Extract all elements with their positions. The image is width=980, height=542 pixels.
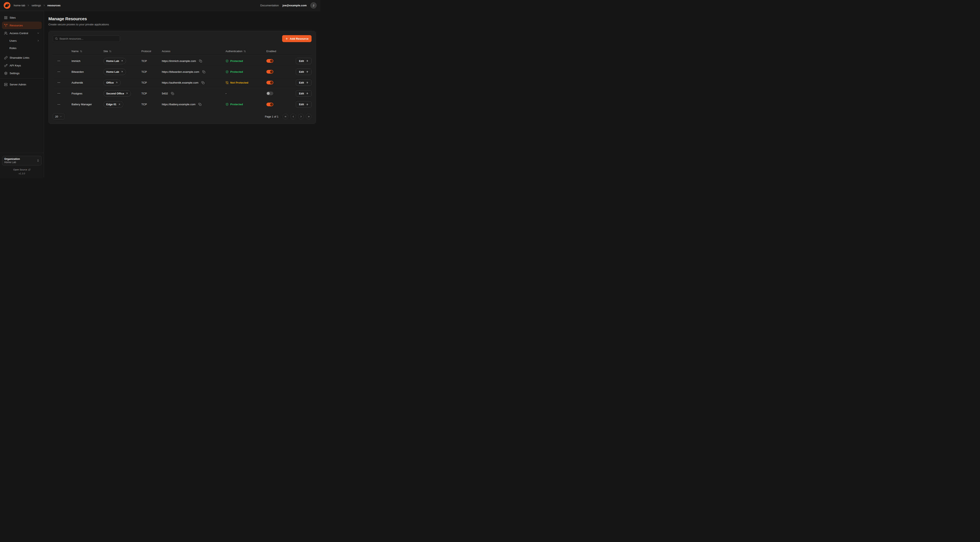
- site-link[interactable]: Edge 01: [103, 101, 123, 107]
- site-link[interactable]: Home Lab: [103, 58, 126, 64]
- page-size-select[interactable]: 20: [53, 113, 65, 120]
- enabled-toggle[interactable]: [266, 70, 274, 73]
- search-icon: [55, 37, 58, 40]
- organization-value: Home Lab: [4, 161, 20, 164]
- enabled-toggle[interactable]: [266, 59, 274, 63]
- breadcrumb-item-home-lab[interactable]: home-lab: [14, 4, 25, 7]
- server-icon: [4, 83, 8, 86]
- row-actions-button[interactable]: [56, 91, 62, 96]
- sidebar-item-shareable-links[interactable]: Shareable Links: [2, 54, 42, 61]
- page-title: Manage Resources: [48, 16, 316, 21]
- version-label: v1.3.0: [2, 172, 42, 175]
- sort-icon: [109, 50, 111, 53]
- breadcrumb: home-lab settings resources: [14, 4, 60, 7]
- auth-status: -: [226, 92, 266, 95]
- table-row: Immich Home Lab TCP https://immich.examp…: [53, 56, 312, 67]
- sort-by-authentication[interactable]: Authentication: [226, 49, 266, 53]
- edit-button[interactable]: Edit: [296, 69, 312, 75]
- sidebar-nav: Sites Resources Access Control Users Rol…: [2, 14, 42, 89]
- sidebar-item-label: Users: [10, 39, 16, 42]
- arrow-right-icon: [305, 81, 309, 84]
- organization-label: Organization: [4, 158, 20, 161]
- enabled-toggle[interactable]: [266, 92, 274, 95]
- row-actions-button[interactable]: [56, 69, 62, 75]
- open-source-link[interactable]: Open Source: [2, 168, 42, 171]
- sidebar-item-users[interactable]: Users: [2, 37, 42, 44]
- sidebar-item-api-keys[interactable]: API Keys: [2, 62, 42, 69]
- sidebar-item-server-admin[interactable]: Server Admin: [2, 81, 42, 88]
- row-actions-button[interactable]: [56, 58, 62, 64]
- row-actions-button[interactable]: [56, 80, 62, 85]
- sidebar-item-access-control[interactable]: Access Control: [2, 29, 42, 37]
- auth-status: Not Protected: [226, 81, 266, 84]
- sort-icon: [243, 50, 246, 53]
- edit-button[interactable]: Edit: [296, 90, 312, 97]
- ellipsis-icon: [57, 103, 60, 106]
- arrow-right-icon: [305, 59, 309, 62]
- site-link[interactable]: Office: [103, 80, 121, 86]
- breadcrumb-item-settings[interactable]: settings: [32, 4, 41, 7]
- arrow-up-right-icon: [121, 60, 123, 62]
- copy-button[interactable]: [201, 69, 206, 74]
- row-actions-button[interactable]: [56, 102, 62, 107]
- first-page-button[interactable]: [283, 114, 288, 120]
- copy-button[interactable]: [170, 91, 175, 96]
- edit-button[interactable]: Edit: [296, 101, 312, 107]
- site-link[interactable]: Second Office: [103, 90, 131, 97]
- avatar[interactable]: J: [310, 2, 317, 9]
- edit-button[interactable]: Edit: [296, 80, 312, 86]
- sidebar: Sites Resources Access Control Users Rol…: [0, 11, 44, 177]
- toggle-knob: [270, 70, 273, 73]
- sidebar-item-roles[interactable]: Roles: [2, 45, 42, 51]
- arrow-up-right-icon: [118, 103, 121, 106]
- arrow-up-right-icon: [126, 92, 128, 95]
- page-info: Page 1 of 1: [265, 115, 278, 118]
- ellipsis-icon: [57, 81, 60, 84]
- sort-by-name[interactable]: Name: [72, 49, 103, 53]
- toggle-knob: [267, 92, 270, 95]
- copy-button[interactable]: [197, 102, 202, 107]
- open-source-label: Open Source: [13, 168, 27, 171]
- access-url: https://authentik.example.com: [162, 81, 198, 84]
- edit-button[interactable]: Edit: [296, 58, 312, 64]
- sidebar-item-sites[interactable]: Sites: [2, 14, 42, 21]
- shield-off-icon: [226, 81, 229, 84]
- enabled-toggle[interactable]: [266, 103, 274, 106]
- chevron-right-icon: [43, 4, 46, 7]
- previous-page-button[interactable]: [290, 114, 296, 120]
- sidebar-item-label: Server Admin: [10, 83, 26, 86]
- last-page-button[interactable]: [306, 114, 312, 120]
- resource-name: Immich: [72, 59, 103, 62]
- pagination: 20 Page 1 of 1: [53, 113, 312, 120]
- chevron-right-icon: [300, 115, 302, 118]
- access-url: https://immich.example.com: [162, 59, 196, 62]
- sidebar-item-label: Shareable Links: [10, 56, 29, 59]
- organization-selector[interactable]: Organization Home Lab: [2, 156, 42, 165]
- users-icon: [4, 32, 8, 35]
- link-icon: [4, 56, 8, 59]
- sort-by-site[interactable]: Site: [103, 49, 142, 53]
- table-header: Name Site Protocol Access Authentication: [53, 47, 312, 56]
- copy-icon: [201, 81, 205, 84]
- breadcrumb-item-resources[interactable]: resources: [48, 4, 60, 7]
- next-page-button[interactable]: [298, 114, 304, 120]
- copy-button[interactable]: [198, 59, 203, 63]
- chevrons-right-icon: [307, 115, 310, 118]
- arrow-up-right-icon: [121, 70, 123, 73]
- copy-button[interactable]: [200, 80, 205, 85]
- add-resource-button[interactable]: Add Resource: [282, 35, 312, 42]
- sidebar-item-resources[interactable]: Resources: [2, 22, 42, 29]
- header-enabled: Enabled: [266, 49, 295, 53]
- site-link[interactable]: Home Lab: [103, 69, 126, 75]
- user-email[interactable]: joe@example.com: [283, 4, 307, 7]
- chevron-right-icon: [37, 39, 40, 42]
- app-logo[interactable]: [4, 2, 10, 9]
- enabled-toggle[interactable]: [266, 81, 274, 84]
- plus-icon: [285, 37, 288, 40]
- documentation-link[interactable]: Documentation: [260, 4, 279, 7]
- auth-status: Protected: [226, 70, 266, 73]
- copy-icon: [199, 59, 202, 62]
- search-input[interactable]: [59, 37, 118, 40]
- sidebar-item-settings[interactable]: Settings: [2, 70, 42, 77]
- access-port: 5432: [162, 92, 168, 95]
